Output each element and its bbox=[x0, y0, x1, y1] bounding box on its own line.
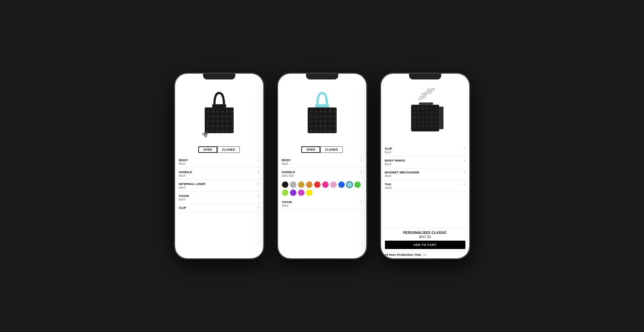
svg-point-71 bbox=[430, 88, 435, 91]
swatch-gold[interactable] bbox=[298, 181, 304, 188]
svg-point-64 bbox=[324, 130, 326, 132]
phone-1-options-list: BODY Black + HANDLE Black + INTERNAL LIN… bbox=[175, 155, 263, 258]
swatch-baby-blue[interactable] bbox=[346, 181, 353, 188]
phones-container: OPEN CLOSED BODY Black + HANDLE Black bbox=[174, 73, 470, 259]
option-info-chain-1: CHAIN Black bbox=[179, 194, 189, 201]
phone-2-notch bbox=[306, 74, 338, 79]
svg-point-92 bbox=[430, 116, 432, 118]
svg-point-48 bbox=[334, 115, 336, 117]
swatch-orange[interactable] bbox=[306, 181, 313, 188]
option-arrow-tag-3: + bbox=[463, 182, 465, 186]
svg-rect-1 bbox=[205, 107, 234, 133]
option-row-clip-3[interactable]: CLIP Black + bbox=[385, 144, 465, 156]
option-label-body-2: BODY bbox=[282, 158, 291, 162]
phone-1-bag-image bbox=[197, 87, 242, 138]
svg-point-44 bbox=[315, 115, 317, 117]
phone-1-open-btn[interactable]: OPEN bbox=[198, 146, 217, 153]
svg-point-23 bbox=[221, 125, 223, 127]
option-info-liner-1: INTERNAL LINER Black bbox=[179, 182, 206, 189]
swatch-green[interactable] bbox=[354, 181, 361, 188]
swatch-purple[interactable] bbox=[290, 189, 296, 196]
svg-point-55 bbox=[310, 125, 312, 127]
svg-point-96 bbox=[422, 121, 424, 123]
svg-point-99 bbox=[434, 121, 436, 123]
option-row-handle-1[interactable]: HANDLE Black + bbox=[179, 168, 259, 180]
option-row-chain-1[interactable]: CHAIN Black + bbox=[179, 192, 259, 204]
production-time-banner: 24 Hour Production Time 24 bbox=[381, 251, 469, 258]
option-value-body-1: Black bbox=[179, 162, 188, 165]
svg-point-54 bbox=[334, 120, 336, 122]
option-value-magnet-3: Black bbox=[385, 174, 419, 178]
svg-point-6 bbox=[226, 111, 228, 113]
phone-2-closed-btn[interactable]: CLOSED bbox=[320, 146, 343, 153]
svg-point-14 bbox=[207, 120, 209, 122]
svg-point-86 bbox=[430, 112, 432, 114]
svg-point-30 bbox=[226, 130, 228, 132]
option-row-liner-1[interactable]: INTERNAL LINER Black + bbox=[179, 180, 259, 192]
svg-point-76 bbox=[413, 107, 415, 109]
svg-point-81 bbox=[434, 107, 436, 109]
option-value-tag-3: White bbox=[385, 186, 392, 189]
svg-point-28 bbox=[217, 130, 219, 132]
svg-point-39 bbox=[320, 111, 322, 113]
svg-point-46 bbox=[324, 115, 326, 117]
option-row-body-2[interactable]: BODY Black + bbox=[282, 156, 362, 168]
svg-point-16 bbox=[217, 120, 219, 122]
option-value-chain-2: Black bbox=[282, 204, 292, 207]
swatch-magenta[interactable] bbox=[298, 189, 304, 196]
swatch-lime[interactable] bbox=[282, 189, 288, 196]
svg-point-59 bbox=[329, 125, 331, 127]
svg-point-17 bbox=[221, 120, 223, 122]
svg-point-85 bbox=[426, 112, 428, 114]
svg-point-25 bbox=[231, 125, 233, 127]
svg-point-42 bbox=[334, 111, 336, 113]
svg-point-7 bbox=[231, 111, 233, 113]
option-arrow-handle-2: + bbox=[360, 170, 362, 174]
option-row-magnet-3[interactable]: MAGNET MECHANSIM Black + bbox=[385, 168, 465, 180]
phone-2-screen: OPEN CLOSED BODY Black + HANDLE Baby Blu… bbox=[278, 74, 366, 258]
swatch-light-pink[interactable] bbox=[330, 181, 337, 188]
option-label-clip-1: CLIP bbox=[179, 206, 186, 209]
product-price: $447.00 bbox=[385, 235, 465, 239]
phone-3-screen: LELE bbox=[381, 74, 469, 258]
svg-point-11 bbox=[221, 115, 223, 117]
option-arrow-handle-1: + bbox=[257, 170, 259, 174]
swatch-grey[interactable] bbox=[290, 181, 296, 188]
swatch-hot-pink[interactable] bbox=[322, 181, 329, 188]
svg-point-53 bbox=[329, 120, 331, 122]
option-value-chain-1: Black bbox=[179, 198, 189, 201]
svg-point-104 bbox=[430, 125, 432, 127]
svg-rect-35 bbox=[315, 104, 329, 107]
phone-1-closed-btn[interactable]: CLOSED bbox=[217, 146, 240, 153]
svg-point-19 bbox=[231, 120, 233, 122]
swatch-black[interactable] bbox=[282, 181, 288, 188]
option-info-magnet-3: MAGNET MECHANSIM Black bbox=[385, 171, 419, 178]
svg-point-105 bbox=[434, 125, 436, 127]
option-info-clip-1: CLIP bbox=[179, 206, 186, 210]
option-row-chain-2[interactable]: CHAIN Black + bbox=[282, 198, 362, 210]
phone-3-image-area: LELE bbox=[381, 74, 469, 144]
svg-point-103 bbox=[426, 125, 428, 127]
svg-point-84 bbox=[422, 112, 424, 114]
option-label-body-1: BODY bbox=[179, 158, 188, 162]
swatch-yellow[interactable] bbox=[306, 189, 313, 196]
add-to-cart-button[interactable]: ADD TO CART bbox=[385, 241, 465, 249]
phone-1-view-toggle: OPEN CLOSED bbox=[175, 144, 263, 155]
option-row-tag-3[interactable]: TAG White + bbox=[385, 180, 465, 192]
svg-point-52 bbox=[324, 120, 326, 122]
phone-1-image-area bbox=[175, 74, 263, 144]
option-row-bodyrings-3[interactable]: BODY RINGS Black + bbox=[385, 156, 465, 168]
option-info-bodyrings-3: BODY RINGS Black bbox=[385, 159, 405, 166]
option-row-body-1[interactable]: BODY Black + bbox=[179, 156, 259, 168]
option-label-handle-2: HANDLE bbox=[282, 170, 295, 174]
option-row-handle-2[interactable]: HANDLE Baby Blue + bbox=[282, 168, 362, 180]
svg-point-10 bbox=[217, 115, 219, 117]
option-row-clip-1[interactable]: CLIP + bbox=[179, 204, 259, 212]
production-time-separator: 24 bbox=[423, 253, 427, 256]
swatch-red[interactable] bbox=[314, 181, 321, 188]
svg-point-5 bbox=[221, 111, 223, 113]
swatch-blue[interactable] bbox=[338, 181, 345, 188]
option-arrow-bodyrings-3: + bbox=[463, 159, 465, 162]
phone-2-open-btn[interactable]: OPEN bbox=[301, 146, 320, 153]
phone-1-screen: OPEN CLOSED BODY Black + HANDLE Black bbox=[175, 74, 263, 258]
